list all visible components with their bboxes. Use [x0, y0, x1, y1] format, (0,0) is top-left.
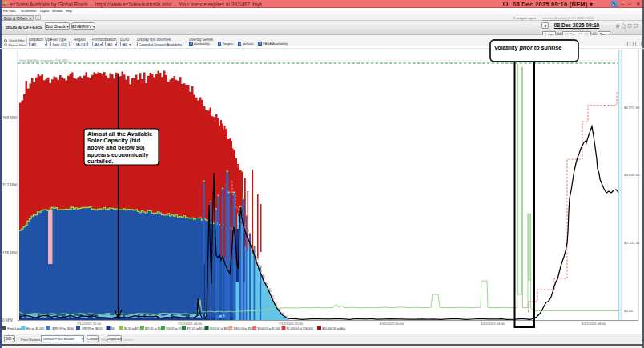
svg-text:$1,000.01 to $10,000: $1,000.01 to $10,000	[287, 327, 313, 330]
svg-text:Min to -$1,000: Min to -$1,000	[26, 327, 44, 330]
svg-text:-$999.99 to -$100: -$999.99 to -$100	[51, 327, 74, 330]
svg-text:Total Bid Max Capacity: 724 MW: Total Bid Max Capacity: 724 MW	[19, 58, 68, 62]
svg-text:$0: $0	[111, 327, 115, 330]
svg-text:-$99.99 to -$0.01: -$99.99 to -$0.01	[81, 327, 103, 330]
svg-text:$75.01 to $150: $75.01 to $150	[187, 327, 205, 330]
svg-text:Solar Capacity (bid: Solar Capacity (bid	[87, 137, 140, 144]
svg-text:8/12/2025 00:00: 8/12/2025 00:00	[380, 322, 405, 326]
svg-text:$0.00: $0.00	[624, 309, 634, 313]
svg-text:$2,324.30: $2,324.30	[624, 241, 640, 245]
svg-text:$300.01 to $500: $300.01 to $500	[234, 327, 254, 330]
svg-text:curtailed.: curtailed.	[87, 158, 113, 165]
svg-text:8/12/2025 08:00: 8/12/2025 08:00	[582, 322, 606, 326]
svg-text:above and below $0): above and below $0)	[87, 144, 145, 151]
svg-text:Fixed Load: Fixed Load	[7, 327, 21, 330]
svg-text:$6,972.80: $6,972.80	[624, 106, 640, 110]
svg-text:8/12/2025 04:00: 8/12/2025 04:00	[481, 322, 505, 326]
svg-text:$10,000.01 to Max: $10,000.01 to Max	[322, 327, 345, 330]
svg-text:Volatility prior to sunrise: Volatility prior to sunrise	[494, 44, 561, 51]
svg-text:0 MW: 0 MW	[2, 318, 13, 322]
svg-text:$25.01 to $50: $25.01 to $50	[145, 327, 162, 330]
svg-text:appears economically: appears economically	[87, 151, 149, 158]
svg-text:312 MW: 312 MW	[2, 183, 18, 187]
svg-text:$4,648.50: $4,648.50	[624, 173, 640, 177]
svg-text:$150.01 to $300: $150.01 to $300	[210, 327, 230, 330]
svg-text:7/12/2025 20:00: 7/12/2025 20:00	[279, 322, 304, 326]
svg-text:$0.01 to $25: $0.01 to $25	[124, 327, 140, 330]
svg-text:156 MW: 156 MW	[2, 251, 18, 255]
svg-text:468 MW: 468 MW	[2, 116, 18, 120]
svg-text:7/12/2025 12:00: 7/12/2025 12:00	[77, 322, 102, 326]
svg-text:$50.01 to $75: $50.01 to $75	[166, 327, 183, 330]
svg-text:$500.01 to $1,000: $500.01 to $1,000	[258, 327, 280, 330]
svg-text:Almost all the Available: Almost all the Available	[87, 130, 152, 138]
svg-text:7/12/2025 16:00: 7/12/2025 16:00	[178, 322, 203, 326]
